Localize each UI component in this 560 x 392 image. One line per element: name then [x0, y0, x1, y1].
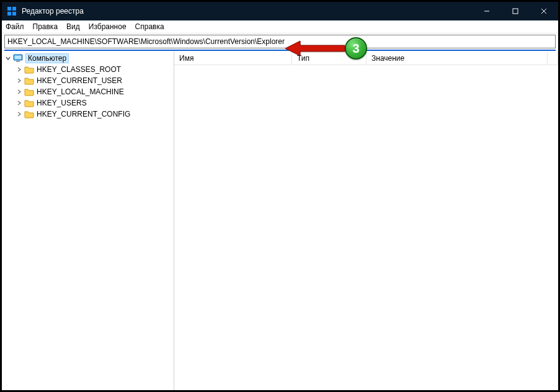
- svg-rect-1: [12, 7, 16, 11]
- column-type[interactable]: Тип: [292, 51, 367, 65]
- tree-node-label: HKEY_LOCAL_MACHINE: [37, 87, 124, 96]
- tree-node-hkcr[interactable]: HKEY_CLASSES_ROOT: [2, 64, 174, 75]
- column-pad: [548, 51, 558, 65]
- tree-node-label: HKEY_USERS: [37, 99, 87, 107]
- regedit-icon: [7, 6, 17, 16]
- list-pane: Имя Тип Значение: [174, 51, 558, 390]
- minimize-button[interactable]: [473, 2, 501, 20]
- address-path: HKEY_LOCAL_MACHINE\SOFTWARE\Microsoft\Wi…: [7, 37, 285, 46]
- expand-icon[interactable]: [16, 66, 23, 73]
- tree-root-computer[interactable]: Компьютер: [2, 53, 174, 64]
- tree-node-label: HKEY_CURRENT_CONFIG: [37, 110, 130, 118]
- svg-rect-10: [15, 56, 22, 60]
- menu-view[interactable]: Вид: [66, 22, 80, 31]
- menu-file[interactable]: Файл: [6, 22, 24, 31]
- svg-rect-3: [12, 12, 16, 16]
- svg-rect-0: [7, 7, 11, 11]
- collapse-icon[interactable]: [4, 55, 12, 62]
- tree-node-hkcu[interactable]: HKEY_CURRENT_USER: [2, 75, 174, 86]
- column-name[interactable]: Имя: [174, 51, 292, 65]
- menu-edit[interactable]: Правка: [33, 22, 58, 31]
- tree-node-label: Компьютер: [25, 53, 69, 63]
- expand-icon[interactable]: [16, 110, 23, 118]
- maximize-button[interactable]: [501, 2, 530, 20]
- tree-node-hku[interactable]: HKEY_USERS: [2, 97, 174, 109]
- folder-icon: [24, 65, 34, 74]
- svg-rect-11: [16, 61, 20, 62]
- computer-icon: [13, 53, 23, 63]
- window-title: Редактор реестра: [22, 7, 84, 16]
- tree-node-hkcc[interactable]: HKEY_CURRENT_CONFIG: [2, 109, 174, 120]
- tree-pane[interactable]: Компьютер HKEY_CLASSES_ROOT: [2, 51, 174, 390]
- expand-icon[interactable]: [16, 77, 23, 84]
- list-body[interactable]: [174, 65, 558, 390]
- close-button[interactable]: [530, 2, 558, 20]
- content: Компьютер HKEY_CLASSES_ROOT: [2, 51, 558, 390]
- expand-icon[interactable]: [16, 99, 23, 107]
- folder-icon: [24, 76, 34, 86]
- tree-node-label: HKEY_CURRENT_USER: [37, 76, 122, 85]
- tree-node-hklm[interactable]: HKEY_LOCAL_MACHINE: [2, 86, 174, 97]
- menubar: Файл Правка Вид Избранное Справка: [2, 20, 558, 33]
- window-controls: [473, 2, 558, 20]
- menu-help[interactable]: Справка: [135, 22, 164, 31]
- column-value[interactable]: Значение: [367, 51, 548, 65]
- titlebar: Редактор реестра: [2, 2, 558, 20]
- menu-favorites[interactable]: Избранное: [89, 22, 127, 31]
- tree-node-label: HKEY_CLASSES_ROOT: [37, 65, 121, 74]
- expand-icon[interactable]: [16, 88, 23, 96]
- svg-rect-2: [7, 12, 11, 16]
- folder-icon: [24, 98, 34, 108]
- folder-icon: [24, 109, 34, 119]
- list-header: Имя Тип Значение: [174, 51, 558, 65]
- address-bar[interactable]: HKEY_LOCAL_MACHINE\SOFTWARE\Microsoft\Wi…: [4, 35, 556, 48]
- svg-rect-5: [513, 9, 518, 14]
- folder-icon: [24, 87, 34, 97]
